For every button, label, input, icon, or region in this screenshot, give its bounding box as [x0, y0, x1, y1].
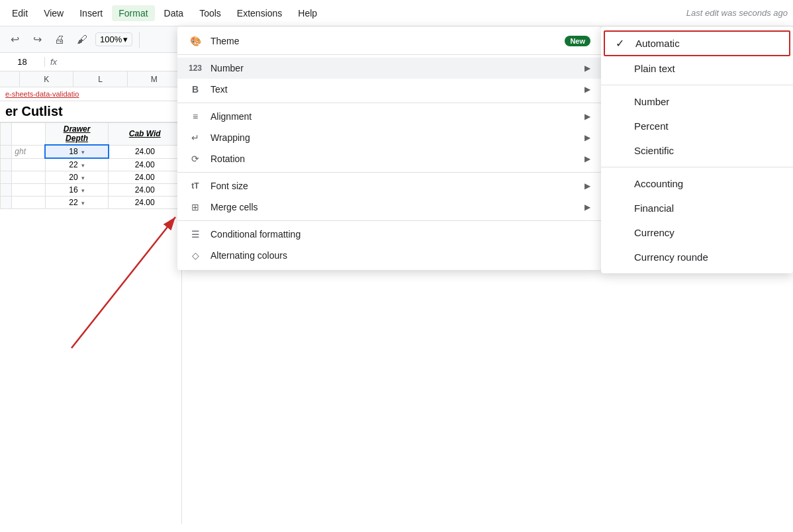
cell-depth-2[interactable]: 22 ▾	[45, 158, 109, 171]
submenu-divider-1	[601, 85, 793, 85]
format-menu-font-size[interactable]: tT Font size ▶	[177, 175, 601, 197]
submenu-item-percent[interactable]: Percent	[601, 114, 793, 138]
column-headers: K L M	[0, 71, 181, 87]
dropdown-arrow-5[interactable]: ▾	[80, 200, 85, 206]
table-row: ght 18 ▾ 24.00	[1, 145, 181, 158]
cell-depth-1[interactable]: 18 ▾	[45, 145, 109, 158]
wrapping-icon: ↵	[188, 132, 203, 143]
dropdown-arrow-2[interactable]: ▾	[80, 162, 85, 169]
sheet-main-title: er Cutlist	[0, 101, 181, 122]
format-menu-number[interactable]: 123 Number ▶	[177, 58, 601, 79]
dropdown-arrow-3[interactable]: ▾	[80, 175, 85, 181]
submenu-item-automatic[interactable]: ✓ Automatic	[604, 30, 790, 56]
fx-label: fx	[50, 57, 57, 67]
toolbar-separator	[139, 32, 140, 48]
col-header-k: K	[20, 71, 73, 87]
col-k-cell	[12, 158, 45, 171]
text-bold-icon: B	[188, 84, 203, 95]
row-num-cell	[1, 145, 12, 158]
zoom-value: 100%	[100, 34, 122, 44]
row-num-cell	[1, 197, 12, 209]
submenu-item-currency-rounded[interactable]: Currency rounde	[601, 245, 793, 269]
cell-depth-3[interactable]: 20 ▾	[45, 171, 109, 184]
menu-item-insert[interactable]: Insert	[73, 5, 109, 21]
submenu-item-number[interactable]: Number	[601, 89, 793, 114]
menu-divider-4	[177, 220, 601, 221]
paint-format-button[interactable]: 🖌	[73, 30, 91, 49]
currency-rounded-label: Currency rounde	[634, 251, 708, 263]
format-menu-merge[interactable]: ⊞ Merge cells ▶	[177, 197, 601, 218]
alignment-arrow-icon: ▶	[584, 112, 590, 121]
submenu-item-currency[interactable]: Currency	[601, 220, 793, 245]
cell-depth-5[interactable]: 22 ▾	[45, 197, 109, 209]
last-edit-label: Last edit was seconds ago	[686, 8, 788, 18]
menu-item-help[interactable]: Help	[291, 5, 324, 21]
table-row: 22 ▾ 24.00	[1, 158, 181, 171]
submenu-item-accounting[interactable]: Accounting	[601, 171, 793, 196]
format-menu-wrapping[interactable]: ↵ Wrapping ▶	[177, 127, 601, 148]
format-menu-rotation[interactable]: ⟳ Rotation ▶	[177, 148, 601, 169]
redo-button[interactable]: ↪	[28, 30, 46, 49]
col-k-cell	[12, 171, 45, 184]
menu-item-data[interactable]: Data	[158, 5, 191, 21]
financial-label: Financial	[634, 202, 674, 214]
col-k-cell	[12, 184, 45, 197]
format-menu-text[interactable]: B Text ▶	[177, 79, 601, 100]
cell-width-2: 24.00	[109, 158, 181, 171]
number-sub-label: Number	[634, 96, 669, 107]
wrapping-arrow-icon: ▶	[584, 133, 590, 142]
format-menu-alignment[interactable]: ≡ Alignment ▶	[177, 106, 601, 127]
menu-item-edit[interactable]: Edit	[5, 5, 34, 21]
print-button[interactable]: 🖨	[50, 30, 69, 49]
font-size-label: Font size	[210, 181, 577, 191]
menu-bar: Edit View Insert Format Data Tools Exten…	[0, 0, 793, 26]
text-label: Text	[210, 84, 577, 95]
new-badge: New	[565, 36, 590, 46]
cell-width-1: 24.00	[109, 145, 181, 158]
cell-reference: 18	[5, 57, 45, 67]
alignment-icon: ≡	[188, 111, 203, 122]
row-num-cell	[1, 171, 12, 184]
font-size-icon: tT	[188, 181, 203, 191]
format-menu-theme[interactable]: 🎨 Theme New	[177, 30, 601, 52]
col-header-l: L	[73, 71, 127, 87]
col-k-cell	[12, 197, 45, 209]
format-menu: 🎨 Theme New 123 Number ▶ B Text ▶ ≡ Alig…	[177, 26, 601, 270]
menu-item-tools[interactable]: Tools	[193, 5, 228, 21]
menu-divider-1	[177, 54, 601, 55]
menu-item-extensions[interactable]: Extensions	[230, 5, 289, 21]
format-menu-alternating[interactable]: ◇ Alternating colours	[177, 245, 601, 266]
dropdown-arrow-4[interactable]: ▾	[80, 187, 85, 194]
rotation-label: Rotation	[210, 154, 577, 164]
format-menu-list: 🎨 Theme New 123 Number ▶ B Text ▶ ≡ Alig…	[177, 26, 601, 270]
row-num-cell	[1, 158, 12, 171]
alternating-label: Alternating colours	[210, 250, 590, 261]
cell-width-5: 24.00	[109, 197, 181, 209]
zoom-selector[interactable]: 100% ▾	[95, 32, 132, 46]
zoom-dropdown-icon: ▾	[123, 34, 128, 44]
theme-label: Theme	[210, 36, 557, 46]
menu-item-format[interactable]: Format	[112, 5, 154, 21]
dropdown-arrow-1[interactable]: ▾	[80, 149, 85, 155]
plain-text-label: Plain text	[634, 63, 675, 74]
menu-item-view[interactable]: View	[37, 5, 70, 21]
undo-button[interactable]: ↩	[5, 30, 24, 49]
cell-depth-4[interactable]: 16 ▾	[45, 184, 109, 197]
text-arrow-icon: ▶	[584, 85, 590, 94]
submenu-item-financial[interactable]: Financial	[601, 196, 793, 220]
merge-label: Merge cells	[210, 202, 577, 212]
header-drawer-depth: DrawerDepth	[45, 123, 109, 146]
font-size-arrow-icon: ▶	[584, 181, 590, 191]
sheet-link-text[interactable]: e-sheets-data-validatio	[5, 90, 79, 98]
menu-divider-3	[177, 172, 601, 173]
submenu-item-plain-text[interactable]: Plain text	[601, 56, 793, 81]
spreadsheet-panel: K L M e-sheets-data-validatio er Cutlist…	[0, 71, 182, 524]
row-num-cell	[1, 123, 12, 146]
col-k-cell: ght	[12, 145, 45, 158]
submenu-item-scientific[interactable]: Scientific	[601, 138, 793, 163]
alignment-label: Alignment	[210, 111, 577, 122]
conditional-label: Conditional formatting	[210, 229, 590, 240]
format-menu-conditional[interactable]: ☰ Conditional formatting	[177, 224, 601, 245]
header-col-k	[12, 123, 45, 146]
wrapping-label: Wrapping	[210, 132, 577, 143]
